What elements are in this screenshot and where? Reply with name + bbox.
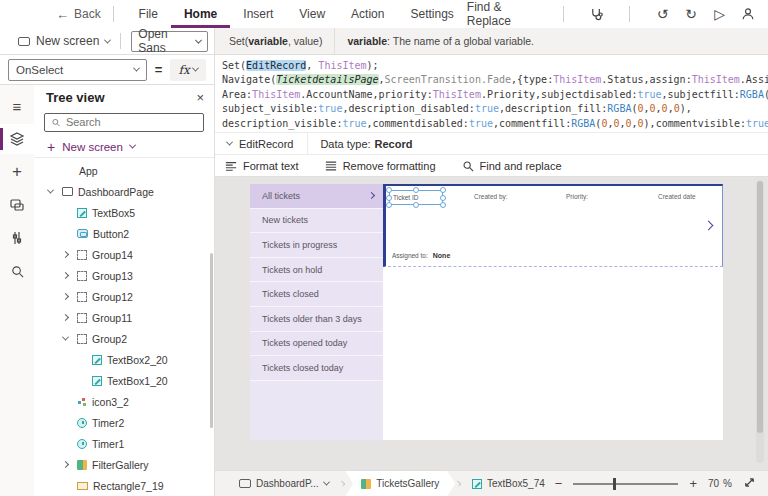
insert-icon[interactable]: +	[0, 157, 34, 187]
selection-handle[interactable]	[440, 202, 446, 208]
breadcrumb-tab-textbox[interactable]: TextBox5_74	[462, 471, 555, 496]
menu-insert[interactable]: Insert	[230, 0, 286, 28]
menu-action[interactable]: Action	[338, 0, 397, 28]
row-chevron-right-icon[interactable]	[704, 221, 714, 231]
tree-item-icon3_2[interactable]: icon3_2	[34, 391, 214, 412]
menu-file[interactable]: File	[126, 0, 171, 28]
ticket-id-textbox-selected[interactable]: Ticket ID	[389, 190, 443, 205]
powerapps-studio: ← Back FileHomeInsertViewActionSettings …	[0, 0, 768, 496]
find-replace-link[interactable]: Find & Replace	[467, 0, 538, 28]
media-icon[interactable]	[0, 190, 34, 220]
search-icon[interactable]	[0, 256, 34, 286]
chevron-right-icon[interactable]	[62, 293, 69, 300]
chevron-down-icon[interactable]	[62, 334, 69, 341]
tree-search-box[interactable]	[44, 113, 204, 133]
tree-item-rectangle7_19[interactable]: Rectangle7_19	[34, 475, 214, 496]
zoom-out-button[interactable]: −	[555, 476, 563, 491]
app-checker-icon[interactable]	[588, 5, 604, 23]
font-family-dropdown[interactable]: Open Sans	[131, 31, 208, 52]
tree-item-dashboardpage[interactable]: DashboardPage	[34, 181, 214, 202]
ticket-menu-item[interactable]: Tickets in progress	[250, 233, 383, 258]
back-button[interactable]: ← Back	[56, 7, 101, 22]
tree-scrollbar[interactable]	[210, 253, 213, 428]
formula-line-4[interactable]: subject_visible:true,description_disable…	[222, 102, 768, 116]
zoom-in-button[interactable]: +	[689, 476, 697, 491]
top-right-actions: Find & Replace ↺ ↻ ▷	[467, 0, 768, 28]
tickets-gallery-selected[interactable]: Ticket ID Created by:	[383, 184, 723, 267]
menu-view[interactable]: View	[286, 0, 338, 28]
remove-formatting-button[interactable]: Remove formatting	[325, 160, 436, 172]
property-dropdown[interactable]: OnSelect	[8, 59, 147, 81]
tree-item-timer2[interactable]: Timer2	[34, 412, 214, 433]
chevron-down-icon[interactable]	[104, 36, 111, 43]
zoom-slider[interactable]	[573, 478, 678, 490]
redo-icon[interactable]: ↻	[683, 5, 699, 23]
formula-line-1[interactable]: Set(EditRecord, ThisItem);	[222, 59, 768, 73]
ticket-menu-item[interactable]: Tickets closed today	[250, 356, 383, 381]
ticket-menu-item[interactable]: All tickets	[250, 184, 383, 209]
selection-handle[interactable]	[386, 195, 392, 201]
play-preview-icon[interactable]: ▷	[712, 5, 728, 23]
selection-handle[interactable]	[440, 187, 446, 193]
chevron-right-icon[interactable]	[62, 461, 69, 468]
format-text-button[interactable]: Format text	[225, 160, 299, 172]
tree-view-icon[interactable]	[0, 124, 34, 154]
breadcrumb-separator	[456, 481, 461, 486]
fx-dropdown[interactable]: fx	[170, 59, 206, 81]
screen-icon	[62, 187, 73, 196]
ticket-menu-item[interactable]: Tickets older than 3 days	[250, 307, 383, 332]
menu-home[interactable]: Home	[171, 0, 230, 28]
account-person-icon[interactable]	[740, 5, 756, 23]
zoom-slider-handle[interactable]	[613, 478, 616, 490]
tree-item-textbox5[interactable]: TextBox5	[34, 202, 214, 223]
chevron-right-icon[interactable]	[62, 314, 69, 321]
variable-chip[interactable]: EditRecord	[215, 133, 308, 154]
tree-item-timer1[interactable]: Timer1	[34, 433, 214, 454]
selection-handle[interactable]	[386, 187, 392, 193]
fit-to-window-icon[interactable]	[743, 476, 756, 491]
tree-item-textbox1_20[interactable]: TextBox1_20	[34, 370, 214, 391]
breadcrumb-tab-screen[interactable]: DashboardP...	[229, 471, 339, 496]
ticket-menu-item[interactable]: Tickets on hold	[250, 258, 383, 283]
chevron-right-icon[interactable]	[62, 251, 69, 258]
new-screen-tree-button[interactable]: + New screen	[34, 136, 214, 157]
ticket-menu-item[interactable]: New tickets	[250, 209, 383, 234]
tree-item-button2[interactable]: Button2	[34, 223, 214, 244]
selection-handle[interactable]	[413, 187, 419, 193]
formula-line-5[interactable]: description_visible:true,commentdisabled…	[222, 117, 768, 131]
tree-item-filtergallery[interactable]: FilterGallery	[34, 454, 214, 475]
menu-settings[interactable]: Settings	[397, 0, 466, 28]
formula-hint-bar: Set(variable, value) variable: The name …	[215, 28, 768, 54]
find-and-replace-button[interactable]: Find and replace	[462, 160, 562, 172]
new-screen-button[interactable]: New screen	[36, 34, 99, 48]
ticket-menu-item[interactable]: Tickets opened today	[250, 332, 383, 357]
tree-item-group14[interactable]: Group14	[34, 244, 214, 265]
tree-item-group2[interactable]: Group2	[34, 328, 214, 349]
selection-handle[interactable]	[386, 202, 392, 208]
tree-item-app[interactable]: App	[34, 160, 214, 181]
search-input[interactable]	[66, 116, 197, 128]
variables-icon[interactable]	[0, 223, 34, 253]
canvas-scrollbar[interactable]	[756, 180, 764, 463]
design-canvas[interactable]: All ticketsNew ticketsTickets in progres…	[215, 177, 768, 470]
formula-line-2[interactable]: Navigate(TicketdetailsPage,ScreenTransit…	[222, 73, 768, 87]
selection-handle[interactable]	[440, 195, 446, 201]
tree-item-textbox2_20[interactable]: TextBox2_20	[34, 349, 214, 370]
undo-icon[interactable]: ↺	[655, 5, 671, 23]
chevron-down-icon[interactable]	[47, 187, 54, 194]
selection-handle[interactable]	[413, 202, 419, 208]
formula-editor[interactable]: Set(EditRecord, ThisItem);Navigate(Ticke…	[215, 55, 768, 132]
breadcrumb-tab-gallery[interactable]: TicketsGallery	[345, 471, 455, 496]
tree-item-label: Group2	[92, 333, 127, 345]
ticket-menu-item[interactable]: Tickets closed	[250, 282, 383, 307]
tree-item-group11[interactable]: Group11	[34, 307, 214, 328]
close-icon[interactable]: ×	[196, 90, 204, 105]
canvas-scrollbar-thumb[interactable]	[757, 181, 763, 433]
formula-line-3[interactable]: Area:ThisItem.AccountName,priority:ThisI…	[222, 88, 768, 102]
tree-item-group13[interactable]: Group13	[34, 265, 214, 286]
tree-view-panel: Tree view × + New screen AppDashboardPag…	[34, 85, 215, 496]
tree-item-group12[interactable]: Group12	[34, 286, 214, 307]
remove-formatting-icon	[325, 160, 337, 172]
hamburger-menu-icon[interactable]: ≡	[0, 91, 34, 121]
chevron-right-icon[interactable]	[62, 272, 69, 279]
